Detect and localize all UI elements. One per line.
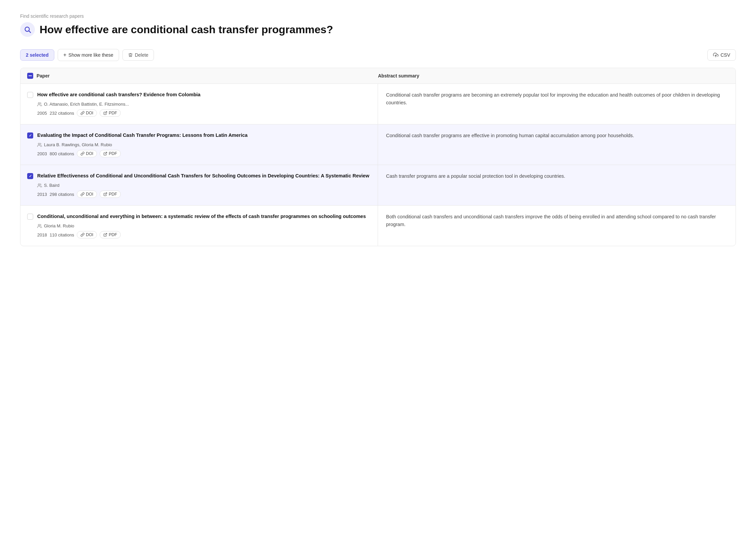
table-row: How effective are conditional cash trans…	[20, 84, 736, 124]
paper-title-row-3: Relative Effectiveness of Conditional an…	[27, 172, 371, 179]
authors-icon-2	[37, 143, 42, 147]
paper-authors-2: Laura B. Rawlings, Gloria M. Rubio	[44, 142, 112, 147]
toolbar-left: 2 selected + Show more like these Delete	[20, 49, 154, 61]
link-icon-4	[80, 233, 85, 237]
pdf-label-3: PDF	[109, 192, 117, 197]
link-icon-3	[80, 192, 85, 196]
paper-title-2: Evaluating the Impact of Conditional Cas…	[37, 132, 248, 139]
paper-authors-3: S. Baird	[44, 183, 59, 188]
paper-citations-3: 298 citations	[50, 192, 74, 197]
paper-year-2: 2003	[37, 151, 47, 156]
external-link-icon-3	[103, 192, 107, 196]
doi-button-1[interactable]: DOI	[77, 109, 97, 117]
paper-year-1: 2005	[37, 111, 47, 116]
csv-button[interactable]: CSV	[707, 49, 736, 61]
abstract-cell-4: Both conditional cash transfers and unco…	[378, 206, 736, 236]
svg-point-7	[38, 183, 40, 185]
abstract-text-3: Cash transfer programs are a popular soc…	[386, 173, 565, 179]
abstract-cell-2: Conditional cash transfer programs are e…	[378, 124, 736, 147]
paper-cell-1: How effective are conditional cash trans…	[20, 84, 378, 124]
abstract-column-label: Abstract summary	[378, 73, 419, 78]
search-context: Find scientific research papers	[20, 13, 736, 19]
row-4-checkbox[interactable]	[27, 214, 33, 220]
paper-title-row-2: Evaluating the Impact of Conditional Cas…	[27, 132, 371, 139]
svg-point-9	[38, 224, 40, 226]
paper-authors-4: Gloria M. Rubio	[44, 223, 74, 228]
paper-cell-2: Evaluating the Impact of Conditional Cas…	[20, 124, 378, 165]
pdf-button-1[interactable]: PDF	[100, 109, 121, 117]
external-link-icon-2	[103, 152, 107, 156]
pdf-label-1: PDF	[109, 111, 117, 115]
table-row: Relative Effectiveness of Conditional an…	[20, 165, 736, 206]
paper-authors-row-4: Gloria M. Rubio	[27, 223, 371, 228]
doi-label-3: DOI	[86, 192, 93, 197]
abstract-text-2: Conditional cash transfer programs are e…	[386, 133, 634, 138]
svg-line-1	[29, 31, 31, 33]
table-row: Evaluating the Impact of Conditional Cas…	[20, 124, 736, 165]
delete-button[interactable]: Delete	[122, 49, 154, 61]
toolbar: 2 selected + Show more like these Delete…	[20, 49, 736, 61]
row-3-checkbox[interactable]	[27, 173, 33, 179]
paper-title-3: Relative Effectiveness of Conditional an…	[37, 172, 369, 179]
abstract-column-header: Abstract summary	[378, 73, 729, 78]
svg-line-8	[105, 193, 107, 195]
paper-year-4: 2018	[37, 232, 47, 237]
abstract-text-1: Conditional cash transfer programs are b…	[386, 92, 720, 105]
authors-icon-4	[37, 224, 42, 228]
plus-icon: +	[63, 52, 66, 58]
show-more-button[interactable]: + Show more like these	[58, 49, 119, 61]
paper-citations-4: 110 citations	[50, 232, 74, 237]
svg-line-6	[105, 152, 107, 154]
row-2-checkbox[interactable]	[27, 132, 33, 139]
external-link-icon-4	[103, 233, 107, 237]
delete-label: Delete	[135, 52, 148, 58]
doi-label-1: DOI	[86, 111, 93, 115]
doi-label-2: DOI	[86, 151, 93, 156]
csv-label: CSV	[720, 52, 730, 58]
selected-button[interactable]: 2 selected	[20, 49, 54, 61]
doi-button-3[interactable]: DOI	[77, 191, 97, 198]
search-query-row: How effective are conditional cash trans…	[20, 22, 736, 37]
authors-icon-3	[37, 183, 42, 188]
paper-footer-2: 2003 800 citations DOI PDF	[27, 150, 371, 157]
pdf-label-4: PDF	[109, 232, 117, 237]
paper-authors-row-1: O. Attanasio, Erich Battistin, E. Fitzsi…	[27, 102, 371, 107]
paper-column-header: Paper	[27, 73, 378, 79]
paper-authors-row-3: S. Baird	[27, 183, 371, 188]
row-1-checkbox[interactable]	[27, 92, 33, 98]
abstract-cell-3: Cash transfer programs are a popular soc…	[378, 165, 736, 187]
table-header: Paper Abstract summary	[20, 68, 736, 84]
authors-icon-1	[37, 102, 42, 107]
search-query-text: How effective are conditional cash trans…	[40, 23, 333, 36]
doi-button-4[interactable]: DOI	[77, 231, 97, 238]
pdf-label-2: PDF	[109, 151, 117, 156]
paper-footer-1: 2005 232 citations DOI PDF	[27, 109, 371, 117]
paper-authors-row-2: Laura B. Rawlings, Gloria M. Rubio	[27, 142, 371, 147]
results-table: Paper Abstract summary How effective are…	[20, 68, 736, 246]
paper-title-1: How effective are conditional cash trans…	[37, 91, 201, 98]
select-all-checkbox[interactable]	[27, 73, 33, 79]
paper-year-3: 2013	[37, 192, 47, 197]
trash-icon	[128, 53, 133, 57]
paper-citations-2: 800 citations	[50, 151, 74, 156]
show-more-label: Show more like these	[68, 52, 113, 58]
pdf-button-4[interactable]: PDF	[100, 231, 121, 238]
pdf-button-2[interactable]: PDF	[100, 150, 121, 157]
svg-point-5	[38, 143, 40, 145]
link-icon-2	[80, 152, 85, 156]
paper-citations-1: 232 citations	[50, 111, 74, 116]
link-icon-1	[80, 111, 85, 115]
paper-title-4: Conditional, unconditional and everythin…	[37, 213, 366, 220]
search-icon-circle	[20, 22, 35, 37]
pdf-button-3[interactable]: PDF	[100, 191, 121, 198]
paper-footer-4: 2018 110 citations DOI PDF	[27, 231, 371, 238]
paper-column-label: Paper	[37, 73, 50, 78]
paper-cell-4: Conditional, unconditional and everythin…	[20, 206, 378, 246]
paper-cell-3: Relative Effectiveness of Conditional an…	[20, 165, 378, 205]
abstract-text-4: Both conditional cash transfers and unco…	[386, 214, 716, 227]
doi-button-2[interactable]: DOI	[77, 150, 97, 157]
external-link-icon-1	[103, 111, 107, 115]
cloud-upload-icon	[713, 52, 718, 58]
search-icon	[24, 26, 31, 33]
paper-title-row-1: How effective are conditional cash trans…	[27, 91, 371, 98]
